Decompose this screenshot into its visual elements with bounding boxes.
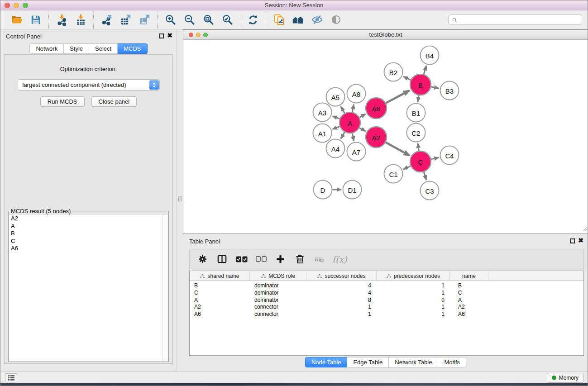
node-C2[interactable]: C2 <box>407 124 425 142</box>
tab-style[interactable]: Style <box>64 43 89 54</box>
deselect-all-icon[interactable] <box>253 252 269 267</box>
eye-slash-icon[interactable] <box>310 13 324 27</box>
node-A1[interactable]: A1 <box>313 124 332 143</box>
network-graph-canvas[interactable]: B4B2BB3A5A8A6B1A3AA1C2A2A4A7C4CC1DD1C3 <box>183 40 588 234</box>
node-B[interactable]: B <box>410 74 431 95</box>
node-C1[interactable]: C1 <box>384 165 403 183</box>
export-image-icon[interactable] <box>138 13 151 27</box>
node-A8[interactable]: A8 <box>347 85 366 103</box>
node-B1[interactable]: B1 <box>407 104 425 122</box>
optimization-criterion-select[interactable]: largest connected component (directed) <box>18 79 160 91</box>
node-C[interactable]: C <box>410 151 431 172</box>
column-header-shared-name[interactable]: shared name <box>190 271 250 281</box>
node-D1[interactable]: D1 <box>343 181 362 199</box>
node-B4[interactable]: B4 <box>421 46 439 65</box>
table-row-A[interactable]: Adominator80A <box>190 297 583 304</box>
table-close-panel-icon[interactable]: ✖ <box>578 237 583 244</box>
float-panel-icon[interactable] <box>159 33 164 38</box>
zoom-out-icon[interactable] <box>182 13 196 27</box>
table-row-A2[interactable]: A2connector11A2 <box>190 304 583 311</box>
column-header-successor-nodes[interactable]: successor nodes <box>306 271 377 281</box>
node-D[interactable]: D <box>314 181 332 199</box>
search-input[interactable] <box>448 14 582 25</box>
tab-network-table[interactable]: Network Table <box>389 357 438 367</box>
edge-B-B2[interactable] <box>403 76 411 80</box>
zoom-selected-icon[interactable] <box>220 13 234 27</box>
column-header-MCDS-role[interactable]: MCDS role <box>250 271 306 281</box>
zoom-window-button[interactable] <box>23 3 28 8</box>
column-header-name[interactable]: name <box>450 271 488 281</box>
result-item[interactable]: A2 <box>9 215 168 223</box>
edge-A-A2[interactable] <box>359 128 365 131</box>
tab-motifs[interactable]: Motifs <box>438 357 466 367</box>
edge-C-C1[interactable] <box>403 166 411 169</box>
import-table-icon[interactable] <box>74 13 87 27</box>
node-B2[interactable]: B2 <box>384 63 403 81</box>
export-network-icon[interactable] <box>100 13 113 27</box>
node-A4[interactable]: A4 <box>326 139 345 158</box>
mcds-result-list[interactable]: A2ABCA6 <box>9 215 168 361</box>
refresh-icon[interactable] <box>246 13 260 27</box>
edge-B-B1[interactable] <box>418 95 419 102</box>
node-A[interactable]: A <box>339 112 360 133</box>
duplicate-network-icon[interactable] <box>272 13 286 27</box>
edge-B-B3[interactable] <box>431 87 439 88</box>
edge-C-C4[interactable] <box>431 157 439 159</box>
node-A5[interactable]: A5 <box>326 88 345 106</box>
close-panel-button[interactable]: Close panel <box>91 96 137 107</box>
node-C4[interactable]: C4 <box>440 146 459 165</box>
export-table-icon[interactable] <box>119 13 132 27</box>
tab-node-table[interactable]: Node Table <box>305 357 348 367</box>
node-A7[interactable]: A7 <box>347 143 366 161</box>
edge-A-A6[interactable] <box>359 114 365 117</box>
edge-C-C2[interactable] <box>418 143 419 151</box>
save-icon[interactable] <box>29 13 43 27</box>
tab-mcds[interactable]: MCDS <box>118 43 147 54</box>
edge-A-A8[interactable] <box>352 105 354 112</box>
node-A6[interactable]: A6 <box>366 98 387 119</box>
result-item[interactable]: A6 <box>9 245 168 253</box>
table-row-C[interactable]: Cdominator41C <box>190 290 583 297</box>
node-A2[interactable]: A2 <box>366 127 387 148</box>
close-panel-icon[interactable]: ✖ <box>167 32 172 39</box>
node-A3[interactable]: A3 <box>313 103 332 122</box>
result-item[interactable]: A <box>9 223 168 230</box>
table-row-A6[interactable]: A6connector11A6 <box>190 311 583 318</box>
vertical-splitter-handle[interactable] <box>178 196 182 201</box>
result-item[interactable]: C <box>9 238 168 245</box>
network-window-titlebar[interactable]: testGlobe.txt <box>183 30 588 40</box>
table-float-panel-icon[interactable] <box>570 238 575 243</box>
edge-A2-C[interactable] <box>386 143 410 156</box>
edge-A-A5[interactable] <box>341 106 344 113</box>
network-minimize-button[interactable] <box>196 33 201 37</box>
edge-B-B4[interactable] <box>424 66 426 74</box>
tab-edge-table[interactable]: Edge Table <box>347 357 389 367</box>
import-network-icon[interactable] <box>55 13 68 27</box>
edge-C-C3[interactable] <box>424 172 426 180</box>
network-zoom-button[interactable] <box>203 33 208 37</box>
edge-A-A1[interactable] <box>333 127 340 129</box>
column-view-icon[interactable] <box>214 252 230 267</box>
column-header-predecessor-nodes[interactable]: predecessor nodes <box>377 271 450 281</box>
delete-icon[interactable] <box>292 252 308 267</box>
run-mcds-button[interactable]: Run MCDS <box>40 96 85 107</box>
memory-button[interactable]: Memory <box>547 373 583 383</box>
result-list-scrollbar[interactable] <box>162 215 168 361</box>
add-icon[interactable] <box>272 252 289 267</box>
close-window-button[interactable] <box>5 3 10 8</box>
tab-select[interactable]: Select <box>89 43 118 54</box>
zoom-in-icon[interactable] <box>163 13 177 27</box>
node-C3[interactable]: C3 <box>421 181 439 200</box>
network-close-button[interactable] <box>189 33 193 37</box>
minimize-window-button[interactable] <box>14 3 19 8</box>
select-all-icon[interactable] <box>233 252 250 267</box>
settings-icon[interactable] <box>194 252 211 267</box>
edge-A-A4[interactable] <box>341 132 344 139</box>
open-file-icon[interactable] <box>10 13 24 27</box>
result-item[interactable]: B <box>9 230 168 238</box>
node-B3[interactable]: B3 <box>440 81 459 100</box>
edge-A6-B[interactable] <box>386 91 409 103</box>
tab-network[interactable]: Network <box>29 43 64 54</box>
edge-A-A3[interactable] <box>333 116 340 119</box>
zoom-fit-icon[interactable] <box>201 13 215 27</box>
